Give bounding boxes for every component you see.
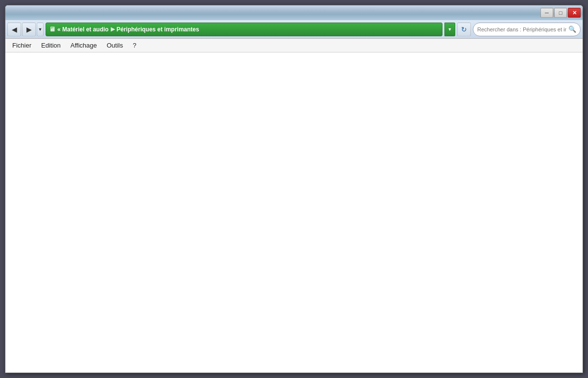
back-icon: ◀ — [12, 25, 17, 33]
search-icon: 🔍 — [568, 25, 576, 33]
back-button[interactable]: ◀ — [7, 23, 21, 36]
breadcrumb-arrow: ▶ — [111, 26, 115, 32]
close-button[interactable]: ✕ — [568, 8, 581, 18]
search-bar[interactable]: 🔍 — [473, 23, 581, 36]
maximize-button[interactable]: □ — [554, 8, 567, 18]
toolbar: ◀ ▶ ▼ 🖥 « Matériel et audio ▶ Périphériq… — [5, 20, 583, 39]
refresh-icon: ↻ — [461, 25, 467, 33]
forward-icon: ▶ — [26, 25, 32, 33]
breadcrumb-icon: 🖥 — [49, 25, 55, 33]
menu-item-edition[interactable]: Edition — [36, 40, 66, 50]
title-bar: ─ □ ✕ — [5, 5, 583, 20]
menubar: Fichier Edition Affichage Outils ? — [5, 39, 583, 52]
nav-dropdown-button[interactable]: ▼ — [37, 23, 44, 36]
content-area — [5, 52, 583, 373]
menu-item-outils[interactable]: Outils — [102, 40, 128, 50]
chevron-down-icon: ▼ — [38, 27, 43, 32]
breadcrumb-dropdown-button[interactable]: ▼ — [444, 23, 455, 36]
menu-item-fichier[interactable]: Fichier — [7, 40, 36, 50]
breadcrumb-chevron-icon: ▼ — [448, 27, 452, 32]
breadcrumb-segment-1[interactable]: « Matériel et audio — [57, 26, 109, 33]
breadcrumb-bar: 🖥 « Matériel et audio ▶ Périphériques et… — [46, 23, 442, 36]
refresh-button[interactable]: ↻ — [457, 23, 471, 36]
breadcrumb-text: « Matériel et audio ▶ Périphériques et i… — [57, 26, 439, 33]
menu-item-help[interactable]: ? — [128, 40, 141, 50]
breadcrumb-segment-2[interactable]: Périphériques et imprimantes — [117, 26, 199, 33]
window-controls: ─ □ ✕ — [540, 8, 581, 18]
minimize-button[interactable]: ─ — [540, 8, 553, 18]
main-window: ─ □ ✕ ◀ ▶ ▼ 🖥 « Matériel et audio ▶ Péri… — [5, 5, 583, 373]
menu-item-affichage[interactable]: Affichage — [66, 40, 102, 50]
search-input[interactable] — [477, 26, 566, 32]
forward-button[interactable]: ▶ — [22, 23, 36, 36]
